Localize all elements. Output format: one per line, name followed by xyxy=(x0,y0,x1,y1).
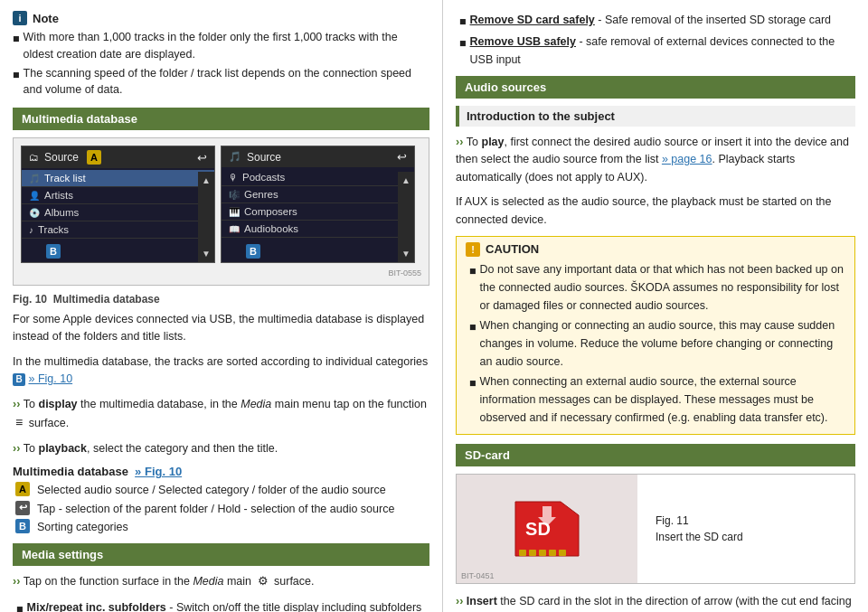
media-settings-header: Media settings xyxy=(13,543,429,566)
note-line-1: With more than 1,000 tracks in the folde… xyxy=(24,29,429,63)
screen-left-title-area: 🗂 Source A xyxy=(29,150,101,165)
genres-icon: 🎼 xyxy=(229,190,240,200)
remove-sd-suffix: - Safe removal of the inserted SD storag… xyxy=(595,14,831,26)
audiobooks-icon: 📖 xyxy=(229,224,240,234)
audio-sources-header: Audio sources xyxy=(456,76,855,99)
body-para-2: In the multimedia database, the tracks a… xyxy=(13,353,429,389)
tracks-icon: ♪ xyxy=(29,225,33,235)
svg-rect-2 xyxy=(529,550,536,556)
artists-icon: 👤 xyxy=(29,191,40,201)
mm-screens: 🗂 Source A ↩ 🎵 Track list 👤 xyxy=(21,146,421,263)
note-title: i Note xyxy=(13,11,429,25)
caution-title: ! CAUTION xyxy=(466,242,845,257)
list-item-albums[interactable]: 💿 Albums xyxy=(22,204,214,221)
legend-title: Multimedia database » Fig. 10 xyxy=(13,465,429,478)
sd-figure: SD BIT-0451 Fig. 11 Insert the SD card xyxy=(456,474,855,584)
screen-left-scroll[interactable]: ▲ ▼ xyxy=(198,172,214,262)
bit-code: BIT-0555 xyxy=(21,268,421,278)
legend-text-a: Selected audio source / Selected categor… xyxy=(37,482,386,499)
list-item-artists[interactable]: 👤 Artists xyxy=(22,187,214,204)
remove-sd-label: Remove SD card safely xyxy=(470,14,595,26)
legend-link: » Fig. 10 xyxy=(135,465,182,478)
remove-usb-label: Remove USB safely xyxy=(470,35,576,48)
screen-right-list: 🎙 Podcasts 🎼 Genres 🎹 Composers 📖 xyxy=(222,167,414,240)
list-item-composers[interactable]: 🎹 Composers xyxy=(222,203,414,221)
scroll-up-icon: ▲ xyxy=(202,175,211,185)
legend-item-b: B Sorting categories xyxy=(13,519,429,536)
composers-icon: 🎹 xyxy=(229,207,240,217)
bullet-remove-sd: ■ Remove SD card safely - Safe removal o… xyxy=(459,11,855,31)
tracklist-icon: 🎵 xyxy=(29,174,40,184)
caution-box: ! CAUTION ■ Do not save any important da… xyxy=(456,236,855,435)
list-item-podcasts[interactable]: 🎙 Podcasts xyxy=(222,169,414,186)
svg-rect-4 xyxy=(549,550,556,556)
podcasts-label: Podcasts xyxy=(242,172,285,183)
screen-right-topbar: 🎵 Source ↩ xyxy=(222,146,414,167)
settings-end: surface. xyxy=(274,575,314,588)
bullet-sq: ■ xyxy=(13,31,20,63)
bullet-mix: ■ Mix/repeat inc. subfolders - Switch on… xyxy=(16,598,429,612)
legend-badge-back: ↩ xyxy=(15,501,30,515)
menu-icon: ≡ xyxy=(15,415,23,429)
bullet-mix-suffix: - Switch on/off the title display includ… xyxy=(166,601,422,612)
caution-item-2: ■ When connecting an external audio sour… xyxy=(469,372,845,427)
tracklist-label: Track list xyxy=(44,173,86,184)
composers-label: Composers xyxy=(244,206,297,217)
caution-icon: ! xyxy=(466,242,480,257)
note-line-2: The scanning speed of the folder / track… xyxy=(24,65,429,99)
sd-bit-code: BIT-0451 xyxy=(461,571,495,580)
right-top-bullets: ■ Remove SD card safely - Safe removal o… xyxy=(456,11,855,69)
intro-header-label: Introduction to the subject xyxy=(467,109,615,123)
screen-right-back-icon[interactable]: ↩ xyxy=(397,150,407,164)
screen-right-title-area: 🎵 Source xyxy=(229,151,281,164)
screen-left-back-icon[interactable]: ↩ xyxy=(197,151,207,165)
scroll-down-icon-r: ▼ xyxy=(401,249,410,259)
tracks-label: Tracks xyxy=(38,224,69,235)
fig-caption: Fig. 10 Multimedia database xyxy=(13,293,429,306)
p3-end: surface. xyxy=(29,417,69,429)
svg-rect-3 xyxy=(539,550,546,556)
genres-label: Genres xyxy=(244,189,278,200)
fig-title: Multimedia database xyxy=(53,293,160,306)
legend-badge-b: B xyxy=(15,519,30,533)
sd-insert-text: the SD card in the slot in the direction… xyxy=(456,595,852,612)
scroll-up-icon-r: ▲ xyxy=(401,175,410,185)
legend-item-a: A Selected audio source / Selected categ… xyxy=(13,482,429,499)
badge-b-right: B xyxy=(246,244,260,259)
legend-item-back: ↩ Tap - selection of the parent folder /… xyxy=(13,501,429,518)
p3-display: To display the multimedia database, in t… xyxy=(24,398,427,410)
scroll-down-icon: ▼ xyxy=(202,249,211,259)
svg-rect-1 xyxy=(519,550,526,556)
albums-icon: 💿 xyxy=(29,208,40,218)
body-para-display: ›› To display the multimedia database, i… xyxy=(13,396,429,433)
audio-sources-label: Audio sources xyxy=(465,80,546,94)
media-settings-label: Media settings xyxy=(22,548,103,561)
sd-label-area: Fig. 11 Insert the SD card xyxy=(646,475,752,583)
screen-left-topbar: 🗂 Source A ↩ xyxy=(22,146,214,168)
intro-header: Introduction to the subject xyxy=(456,106,855,127)
list-item-genres[interactable]: 🎼 Genres xyxy=(222,186,414,203)
note-box: i Note ■ With more than 1,000 tracks in … xyxy=(13,11,429,99)
multimedia-db-label: Multimedia database xyxy=(22,112,137,126)
albums-label: Albums xyxy=(44,207,79,218)
screen-right-scroll[interactable]: ▲ ▼ xyxy=(398,172,414,262)
caution-item-0: ■ Do not save any important data or that… xyxy=(469,260,845,315)
audiobooks-label: Audiobooks xyxy=(244,223,298,234)
list-item-tracks[interactable]: ♪ Tracks xyxy=(22,221,214,239)
note-label: Note xyxy=(33,12,59,25)
list-item-tracklist[interactable]: 🎵 Track list xyxy=(22,170,214,187)
arrow-display: ›› xyxy=(13,398,24,410)
podcasts-icon: 🎙 xyxy=(229,173,238,183)
multimedia-db-header: Multimedia database xyxy=(13,108,429,130)
fig-label: Fig. 10 xyxy=(13,293,47,306)
bullet-mix-label: Mix/repeat inc. subfolders xyxy=(27,601,166,612)
sd-card-label: SD-card xyxy=(465,448,510,462)
sd-para-insert: ›› Insert the SD card in the slot in the… xyxy=(456,593,855,612)
settings-icon: ⚙ xyxy=(258,575,269,588)
legend-section: Multimedia database » Fig. 10 A Selected… xyxy=(13,465,429,536)
list-item-audiobooks[interactable]: 📖 Audiobooks xyxy=(222,221,414,238)
caution-text-0: Do not save any important data or that w… xyxy=(480,260,845,315)
svg-rect-5 xyxy=(559,550,566,556)
bullet-remove-usb: ■ Remove USB safely - safe removal of ex… xyxy=(459,33,855,69)
sd-fig-title: Insert the SD card xyxy=(656,531,743,543)
